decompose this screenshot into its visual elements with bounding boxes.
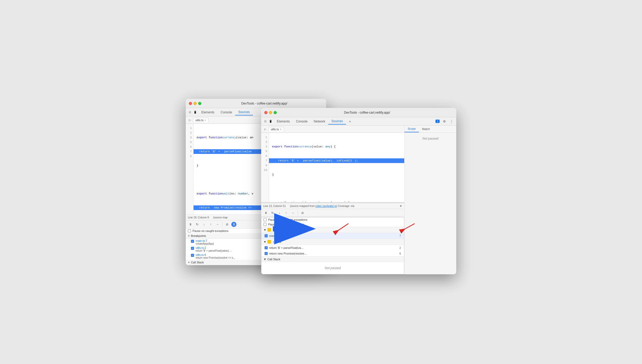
scope-tab[interactable]: Scope <box>405 126 419 132</box>
breakpoints-dropdown: Pause on uncaught exceptions Pause on ca… <box>261 217 404 274</box>
left-panel-fg: ▷ utils.ts × 1 2 3 5 6 7 <box>261 126 404 274</box>
bp-check-parsefloat[interactable]: ✓ <box>265 246 268 249</box>
dropdown-main-ts-header[interactable]: ▼ main.ts <box>261 227 404 233</box>
bp-check-1-bg[interactable]: ✓ <box>191 240 194 243</box>
dropdown-main-ts-label: main.ts <box>273 228 282 231</box>
dropdown-utils-ts-label: utils.ts <box>273 240 281 243</box>
main-ts-icon <box>267 228 271 232</box>
step-next-btn-fg[interactable]: → <box>290 210 296 216</box>
tab-more-fg[interactable]: » <box>346 119 354 124</box>
devtools-window-foreground: DevTools - coffee-cart.netlify.app/ ⊡ 📱 … <box>261 108 456 274</box>
pause-btn-fg[interactable]: ⏸ <box>263 210 268 216</box>
dropdown-not-paused: Not paused <box>261 262 404 274</box>
bp-info-2-bg: utils.ts:2 return '$' + parseFloat(value… <box>196 246 232 252</box>
file-tab-utils-fg[interactable]: utils.ts × <box>268 127 284 131</box>
close-button-fg[interactable] <box>264 111 267 114</box>
dropdown-parsefloat-num: 2 <box>399 246 401 249</box>
bp-check-3-bg[interactable]: ✓ <box>191 254 194 257</box>
dropdown-createapp-label: createApp(App) <box>269 234 289 237</box>
bp-check-2-bg[interactable]: ✓ <box>191 247 194 250</box>
bp-code-1-bg: createApp(App) <box>196 242 214 245</box>
dropdown-callstack-header[interactable]: ▼ Call Stack <box>261 256 404 262</box>
pause-caught-checkbox-bg[interactable] <box>188 229 191 232</box>
pause-btn-bg[interactable]: ⏸ <box>188 222 193 227</box>
file-tab-close-fg[interactable]: × <box>280 128 281 131</box>
close-button-bg[interactable] <box>189 102 192 105</box>
tab-sources-fg[interactable]: Sources <box>328 118 346 125</box>
bp-check-createapp[interactable]: ✓ <box>265 234 268 237</box>
fg-code-line-4 <box>272 186 401 191</box>
step-over-btn-bg[interactable]: ↻ <box>195 222 200 227</box>
traffic-lights-fg <box>264 111 277 114</box>
watch-tab[interactable]: Watch <box>419 126 433 132</box>
device-icon-fg: 📱 <box>268 119 273 124</box>
deactivate-btn-bg[interactable]: ⊘ <box>224 222 230 227</box>
step-into-btn-bg[interactable]: ↓ <box>201 222 207 227</box>
dropdown-utils-ts-header[interactable]: ▼ utils.ts <box>261 239 404 245</box>
dropdown-promise-num: 6 <box>399 252 401 255</box>
messages-badge[interactable]: 1 <box>435 120 440 123</box>
bp-info-3-bg: utils.ts:6 return new Promise(resolve =>… <box>196 253 235 259</box>
pause-caught-label-bg: Pause on caught exceptions <box>192 229 228 232</box>
pause-active-btn-bg[interactable]: ⏸ <box>231 222 236 227</box>
bp-code-2-bg: return '$' + parseFloat(value).... <box>196 249 232 252</box>
dropdown-callstack-label: Call Stack <box>267 258 280 261</box>
step-over-btn-fg[interactable]: ↻ <box>270 210 275 216</box>
dropdown-triangle-utils: ▼ <box>264 240 266 243</box>
minimize-button-fg[interactable] <box>269 111 272 114</box>
maximize-button-fg[interactable] <box>274 111 277 114</box>
step-out-btn-bg[interactable]: ↑ <box>208 222 213 227</box>
call-stack-triangle-bg: ▼ <box>188 261 190 264</box>
window-title-bg: DevTools - coffee-cart.netlify.app/ <box>206 102 323 105</box>
pause-caught-checkbox-fg[interactable] <box>264 223 267 226</box>
play-icon-bg: ▷ <box>188 118 192 122</box>
status-source-map-fg: (source mapped from index.1ac4eab2.js) C… <box>290 205 354 207</box>
status-down-icon: ▼ <box>400 205 402 207</box>
tab-sources-bg[interactable]: Sources <box>235 109 253 115</box>
dropdown-createapp-item[interactable]: ✓ createApp(App) 7 <box>261 233 404 239</box>
tab-elements-fg[interactable]: Elements <box>274 119 293 124</box>
breakpoints-label-bg: Breakpoints <box>191 234 206 237</box>
bp-file-3-bg: utils.ts:6 <box>196 253 235 256</box>
status-bar-fg: Line 13, Column 51 (source mapped from i… <box>261 203 404 209</box>
dropdown-createapp-num: 7 <box>399 235 401 237</box>
source-map-link[interactable]: index.1ac4eab2.js <box>316 205 337 207</box>
tab-console-bg[interactable]: Console <box>217 109 235 115</box>
pause-uncaught-checkbox[interactable] <box>264 218 267 221</box>
settings-btn-fg[interactable]: ⚙ <box>442 119 447 124</box>
dropdown-parsefloat-item[interactable]: ✓ return '$' + parseFloat(va... 2 <box>261 245 404 251</box>
step-next-btn-bg[interactable]: → <box>215 222 220 227</box>
debugger-toolbar-fg: ⏸ ↻ ↓ ↑ → ⊘ <box>261 209 404 217</box>
file-tab-close-bg[interactable]: × <box>204 119 206 122</box>
breakpoints-triangle-bg: ▼ <box>188 235 190 237</box>
code-area-fg: 1 2 3 5 6 7 9 10 export function currenc… <box>261 133 404 202</box>
tab-elements-bg[interactable]: Elements <box>198 109 217 115</box>
bp-check-promise[interactable]: ✓ <box>265 252 268 255</box>
minimize-button-bg[interactable] <box>194 102 197 105</box>
deactivate-btn-fg[interactable]: ⊘ <box>300 210 305 216</box>
tab-bar-fg: ⊡ 📱 Elements Console Network Sources » 1… <box>261 117 456 126</box>
file-tab-utils-bg[interactable]: utils.ts × <box>193 118 208 122</box>
right-panel-fg: Scope Watch Not paused <box>404 126 456 274</box>
bp-file-2-bg: utils.ts:2 <box>196 246 232 249</box>
step-into-btn-fg[interactable]: ↓ <box>277 210 282 216</box>
file-tab-label-bg: utils.ts <box>195 119 203 122</box>
scope-watch-bar: Scope Watch <box>405 126 456 133</box>
title-bar-fg: DevTools - coffee-cart.netlify.app/ <box>261 108 456 117</box>
tab-network-fg[interactable]: Network <box>311 119 328 124</box>
fg-code-line-3: } <box>272 172 401 177</box>
tab-actions-fg: 1 ⚙ ⋮ <box>435 119 454 124</box>
status-position-fg: Line 13, Column 51 <box>263 205 286 207</box>
call-stack-label-bg: Call Stack <box>191 261 204 264</box>
dropdown-promise-item[interactable]: ✓ return new Promise(resolve... 6 <box>261 251 404 256</box>
more-btn-fg[interactable]: ⋮ <box>449 119 454 124</box>
main-content-fg: ▷ utils.ts × 1 2 3 5 6 7 <box>261 126 456 274</box>
pause-uncaught-label: Pause on uncaught exceptions <box>268 218 307 221</box>
cursor-icon-bg: ⊡ <box>188 110 192 114</box>
maximize-button-bg[interactable] <box>198 102 201 105</box>
pause-caught-label-fg: Pause on caught exceptions <box>268 223 304 226</box>
tab-console-fg[interactable]: Console <box>293 119 311 124</box>
step-out-btn-fg[interactable]: ↑ <box>284 210 289 216</box>
code-content-fg: export function currency(value: any) { r… <box>269 133 404 202</box>
play-icon-fg: ▷ <box>263 127 267 131</box>
